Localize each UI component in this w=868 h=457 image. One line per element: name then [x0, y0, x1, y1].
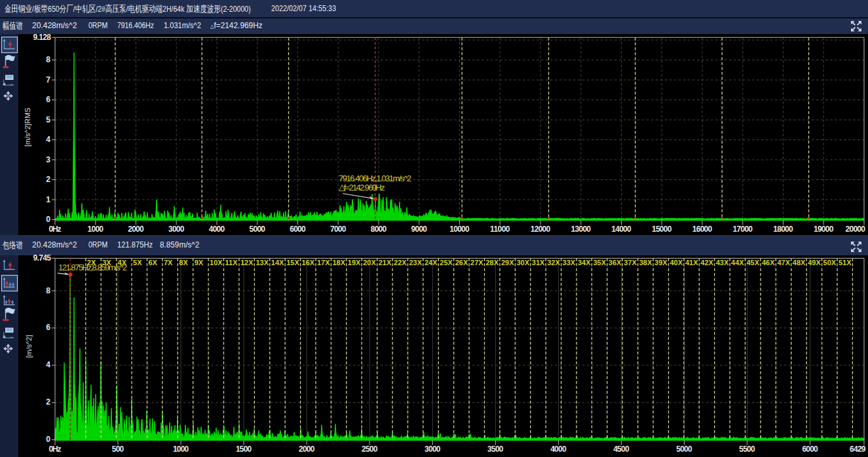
svg-text:7000: 7000 [330, 225, 347, 234]
svg-text:14000: 14000 [611, 225, 632, 234]
svg-text:44X: 44X [731, 259, 744, 266]
svg-text:0Hz: 0Hz [48, 445, 61, 454]
svg-text:3000: 3000 [425, 445, 441, 454]
svg-text:15X: 15X [286, 259, 299, 266]
svg-text:9X: 9X [195, 259, 204, 266]
svg-text:10000: 10000 [449, 225, 470, 234]
svg-text:50X: 50X [823, 259, 837, 266]
svg-text:4000: 4000 [209, 225, 225, 234]
svg-text:10X: 10X [210, 259, 223, 266]
svg-text:2000: 2000 [299, 445, 315, 454]
svg-text:40X: 40X [670, 259, 683, 266]
svg-text:0Hz: 0Hz [48, 225, 61, 234]
svg-text:9.745: 9.745 [33, 253, 52, 263]
svg-text:18X: 18X [332, 259, 345, 266]
svg-text:8: 8 [46, 286, 50, 295]
svg-text:35X: 35X [593, 259, 606, 266]
svg-text:20000: 20000 [846, 225, 866, 234]
svg-text:41X: 41X [685, 259, 698, 266]
svg-text:7: 7 [46, 75, 50, 84]
svg-text:1500: 1500 [236, 445, 252, 454]
svg-text:6: 6 [46, 95, 50, 104]
svg-text:9.128: 9.128 [33, 33, 52, 42]
svg-text:500: 500 [112, 445, 124, 454]
svg-text:17X: 17X [317, 259, 330, 266]
svg-text:11000: 11000 [490, 225, 510, 234]
svg-text:7X: 7X [164, 259, 173, 266]
svg-text:37X: 37X [624, 259, 637, 266]
svg-text:43X: 43X [716, 259, 729, 266]
svg-text:2500: 2500 [362, 445, 378, 454]
svg-text:38X: 38X [639, 259, 652, 266]
svg-text:7916.406Hz,1.031m/s^2: 7916.406Hz,1.031m/s^2 [339, 174, 411, 183]
svg-text:13000: 13000 [571, 225, 592, 234]
svg-text:1000: 1000 [88, 225, 104, 234]
svg-text:19000: 19000 [814, 225, 834, 234]
svg-text:18000: 18000 [773, 225, 793, 234]
svg-text:1: 1 [46, 195, 50, 204]
svg-text:6000: 6000 [802, 445, 818, 454]
svg-text:15000: 15000 [652, 225, 672, 234]
svg-text:3000: 3000 [168, 225, 185, 234]
svg-text:3: 3 [46, 155, 50, 164]
svg-text:20X: 20X [363, 259, 376, 266]
svg-text:21X: 21X [379, 259, 392, 266]
svg-text:5000: 5000 [676, 445, 692, 454]
svg-text:31X: 31X [532, 259, 545, 266]
svg-text:24X: 24X [425, 259, 438, 266]
svg-text:45X: 45X [747, 259, 760, 266]
svg-text:36X: 36X [609, 259, 622, 266]
svg-text:23X: 23X [409, 259, 423, 266]
svg-text:2000: 2000 [128, 225, 144, 234]
svg-text:28X: 28X [486, 259, 499, 266]
svg-text:2: 2 [46, 175, 50, 184]
svg-text:11X: 11X [225, 259, 238, 266]
svg-text:48X: 48X [793, 259, 806, 266]
svg-text:5: 5 [46, 115, 50, 124]
svg-text:12X: 12X [240, 259, 254, 266]
svg-text:6000: 6000 [290, 225, 306, 234]
svg-text:9000: 9000 [411, 225, 428, 234]
svg-text:8: 8 [46, 55, 50, 64]
svg-text:5500: 5500 [739, 445, 755, 454]
svg-text:6X: 6X [149, 259, 158, 266]
svg-text:2: 2 [46, 397, 50, 407]
svg-text:4000: 4000 [550, 445, 567, 454]
svg-text:39X: 39X [654, 259, 668, 266]
svg-text:29X: 29X [501, 259, 514, 266]
svg-text:14X: 14X [271, 259, 284, 266]
svg-text:30X: 30X [516, 259, 529, 266]
svg-text:51X: 51X [839, 259, 852, 266]
svg-text:49X: 49X [808, 259, 821, 266]
svg-text:47X: 47X [777, 259, 790, 266]
svg-text:3500: 3500 [487, 445, 504, 454]
svg-text:46X: 46X [762, 259, 775, 266]
svg-text:22X: 22X [394, 259, 407, 266]
svg-text:25X: 25X [440, 259, 453, 266]
svg-text:16000: 16000 [692, 225, 713, 234]
svg-text:4500: 4500 [613, 445, 630, 454]
svg-text:6: 6 [46, 323, 50, 332]
svg-text:27X: 27X [470, 259, 483, 266]
svg-text:12000: 12000 [531, 225, 551, 234]
svg-text:26X: 26X [455, 259, 468, 266]
svg-text:8000: 8000 [371, 225, 387, 234]
svg-text:f=2142.969Hz: f=2142.969Hz [344, 183, 385, 192]
svg-text:121.875Hz,8.859m/s^2: 121.875Hz,8.859m/s^2 [58, 263, 127, 272]
svg-text:13X: 13X [255, 259, 269, 266]
svg-text:5000: 5000 [250, 225, 266, 234]
svg-text:5X: 5X [133, 259, 142, 266]
svg-text:0: 0 [46, 435, 50, 444]
svg-text:0: 0 [46, 215, 50, 224]
svg-text:32X: 32X [547, 259, 560, 266]
svg-text:1000: 1000 [173, 445, 189, 454]
svg-text:34X: 34X [578, 259, 591, 266]
svg-text:16X: 16X [302, 259, 315, 266]
svg-text:8X: 8X [179, 259, 188, 266]
svg-text:4: 4 [46, 135, 50, 144]
svg-text:4: 4 [46, 360, 50, 369]
svg-text:19X: 19X [348, 259, 361, 266]
svg-text:6429: 6429 [850, 445, 866, 454]
svg-text:17000: 17000 [733, 225, 753, 234]
svg-text:33X: 33X [563, 259, 576, 266]
